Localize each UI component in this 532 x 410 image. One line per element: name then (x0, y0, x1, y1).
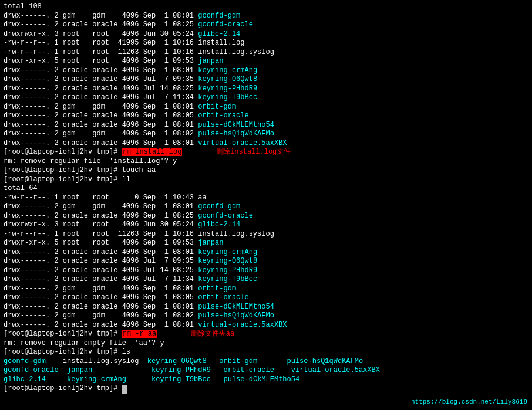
line-40: gconfd-gdm install.log.syslog keyring-O6… (4, 357, 528, 367)
line-11: drwx------. 2 oracle oracle 4096 Jul 7 1… (4, 93, 528, 103)
line-19: [root@laptop-iohlj2hv tmp]# touch aa (4, 166, 528, 175)
line-10: drwx------. 2 oracle oracle 4096 Jul 14 … (4, 84, 528, 94)
line-1: total 108 (4, 2, 528, 12)
line-17: [root@laptop-iohlj2hv tmp]# rm install.l… (4, 148, 528, 157)
line-27: drwxr-xr-x. 5 root root 4096 Sep 1 09:53… (4, 239, 528, 248)
line-35: drwx------. 2 gdm gdm 4096 Sep 1 08:02 p… (4, 311, 528, 321)
line-25: drwxrwxr-x. 3 root root 4096 Jun 30 05:2… (4, 221, 528, 230)
line-16: drwx------. 2 oracle oracle 4096 Sep 1 0… (4, 139, 528, 148)
line-34: drwx------. 2 oracle oracle 4096 Sep 1 0… (4, 303, 528, 312)
line-2: drwx------. 2 gdm gdm 4096 Sep 1 08:01 g… (4, 12, 528, 21)
url-watermark: https://blog.csdn.net/Lily3619 (411, 398, 527, 405)
line-28: drwx------. 2 oracle oracle 4096 Sep 1 0… (4, 248, 528, 257)
line-13: drwx------. 2 oracle oracle 4096 Sep 1 0… (4, 111, 528, 121)
line-29: drwx------. 2 oracle oracle 4096 Jul 7 0… (4, 257, 528, 266)
line-15: drwx------. 2 gdm gdm 4096 Sep 1 08:02 p… (4, 130, 528, 139)
line-33: drwx------. 2 oracle oracle 4096 Sep 1 0… (4, 293, 528, 303)
line-39: [root@laptop-iohlj2hv tmp]# ls (4, 348, 528, 357)
line-21: total 64 (4, 184, 528, 194)
line-6: -rw-r--r--. 1 root root 11263 Sep 1 10:1… (4, 48, 528, 57)
line-37: [root@laptop-iohlj2hv tmp]# rm -r aa 删除文… (4, 330, 528, 339)
line-7: drwxr-xr-x. 5 root root 4096 Sep 1 09:53… (4, 57, 528, 66)
line-26: -rw-r--r--. 1 root root 11263 Sep 1 10:1… (4, 230, 528, 239)
line-4: drwxrwxr-x. 3 root root 4096 Jun 30 05:2… (4, 30, 528, 39)
line-41: gconfd-oracle janpan keyring-PHhdR9 orbi… (4, 366, 528, 375)
line-12: drwx------. 2 gdm gdm 4096 Sep 1 08:01 o… (4, 103, 528, 112)
line-42: glibc-2.14 keyring-crmAng keyring-T9bBcc… (4, 375, 528, 385)
line-14: drwx------. 2 oracle oracle 4096 Sep 1 0… (4, 121, 528, 130)
line-8: drwx------. 2 oracle oracle 4096 Sep 1 0… (4, 66, 528, 76)
line-3: drwx------. 2 oracle oracle 4096 Sep 1 0… (4, 21, 528, 30)
line-32: drwx------. 2 gdm gdm 4096 Sep 1 08:01 o… (4, 284, 528, 294)
line-43: [root@laptop-iohlj2hv tmp]# (4, 384, 528, 394)
line-38: rm: remove regular empty file 'aa'? y (4, 339, 528, 348)
line-30: drwx------. 2 oracle oracle 4096 Jul 14 … (4, 266, 528, 276)
line-23: drwx------. 2 gdm gdm 4096 Sep 1 08:01 g… (4, 202, 528, 212)
line-20: [root@laptop-iohlj2hv tmp]# ll (4, 175, 528, 185)
line-22: -rw-r--r--. 1 root root 0 Sep 1 10:43 aa (4, 194, 528, 203)
line-5: -rw-r--r--. 1 root root 41995 Sep 1 10:1… (4, 39, 528, 48)
line-24: drwx------. 2 oracle oracle 4096 Sep 1 0… (4, 212, 528, 221)
cursor (122, 385, 127, 394)
line-36: drwx------. 2 oracle oracle 4096 Sep 1 0… (4, 321, 528, 330)
line-9: drwx------. 2 oracle oracle 4096 Jul 7 0… (4, 75, 528, 84)
line-31: drwx------. 2 oracle oracle 4096 Jul 7 1… (4, 275, 528, 284)
terminal: total 108 drwx------. 2 gdm gdm 4096 Sep… (0, 0, 532, 410)
line-18: rm: remove regular file 'install.log'? y (4, 157, 528, 167)
